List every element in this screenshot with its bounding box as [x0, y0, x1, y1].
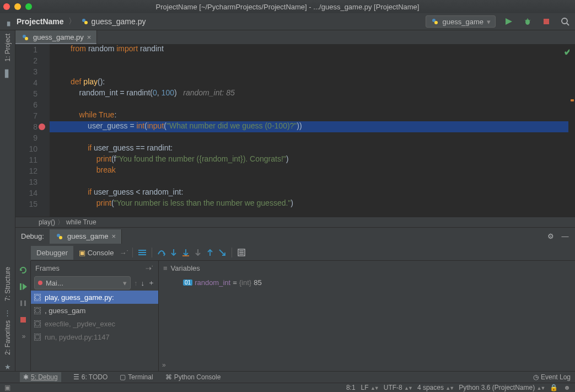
gutter-line-number[interactable]: 7: [15, 110, 50, 121]
debug-tool-window-tab[interactable]: ✱ 5: Debug: [20, 372, 61, 382]
code-editor[interactable]: 123456789101112131415 from random import…: [15, 44, 575, 227]
frames-list[interactable]: ⿴ play, guess_game.py:⿴ , guess_gam⿴ exe…: [31, 291, 158, 371]
stack-frame[interactable]: ⿴ run, pydevd.py:1147: [31, 330, 158, 343]
force-step-into-button[interactable]: [192, 246, 204, 259]
maximize-window-icon[interactable]: [25, 3, 32, 10]
gutter-line-number[interactable]: 12: [15, 165, 50, 176]
svg-rect-16: [20, 300, 22, 306]
svg-rect-15: [20, 283, 22, 290]
python-console-tool-window-tab[interactable]: ⌘ Python Console: [165, 373, 221, 381]
console-tab[interactable]: ▣ Console: [73, 246, 119, 260]
editor-scrollbar[interactable]: [569, 44, 575, 217]
gutter-line-number[interactable]: 14: [15, 187, 50, 198]
frames-pane: Frames ⇢˙ Mai... ▾ ↑ ↓ ＋ ⿴ play, guess_g…: [31, 261, 159, 371]
structure-tool-window-tab[interactable]: 7: Structure: [3, 264, 13, 304]
svg-point-13: [59, 236, 62, 239]
variables-icon: ≡: [163, 264, 168, 272]
svg-line-6: [525, 20, 526, 21]
project-tool-window-tab[interactable]: 1: Project: [3, 30, 13, 65]
todo-tool-window-tab[interactable]: ☰ 6: TODO: [73, 373, 108, 381]
step-over-button[interactable]: [155, 246, 168, 259]
stack-frame[interactable]: ⿴ execfile, _pydev_exec: [31, 317, 158, 330]
project-view-icon[interactable]: ▋: [5, 69, 10, 78]
show-execution-point-button[interactable]: [136, 246, 148, 259]
stack-frame[interactable]: ⿴ play, guess_game.py:: [31, 291, 158, 304]
search-everywhere-button[interactable]: [561, 17, 569, 26]
close-tab-icon[interactable]: ×: [87, 33, 92, 41]
console-new-tab-icon[interactable]: →˙: [119, 249, 128, 257]
close-window-icon[interactable]: [3, 3, 10, 10]
folder-icon: ▖: [6, 17, 14, 26]
favorites-icon[interactable]: ★: [4, 363, 11, 371]
run-config-selector[interactable]: guess_game ▾: [426, 15, 496, 28]
debug-button[interactable]: [523, 17, 532, 26]
terminal-tool-window-tab[interactable]: ▢ Terminal: [120, 373, 153, 381]
gutter-line-number[interactable]: 15: [15, 198, 50, 210]
step-into-my-code-button[interactable]: [180, 246, 192, 259]
thread-selector[interactable]: Mai... ▾: [34, 276, 131, 289]
caret-position[interactable]: 8:1: [346, 384, 356, 391]
lock-icon[interactable]: 🔒: [550, 384, 558, 391]
indent-settings[interactable]: 4 spaces ▲▼: [417, 384, 453, 391]
gutter-line-number[interactable]: 4: [15, 77, 50, 88]
variables-pane: ≡ Variables 01 random_int = {int} 85 »: [159, 261, 575, 371]
add-frame-button[interactable]: ＋: [148, 278, 155, 288]
gutter-line-number[interactable]: 11: [15, 154, 50, 165]
window-controls: [3, 3, 32, 10]
python-interpreter[interactable]: Python 3.6 (ProjectName) ▲▼: [459, 384, 544, 391]
evaluate-expression-button[interactable]: [235, 246, 248, 259]
run-to-cursor-button[interactable]: [216, 246, 228, 259]
gutter-line-number[interactable]: 6: [15, 99, 50, 110]
gutter-line-number[interactable]: 9: [15, 132, 50, 143]
current-execution-line: user_guess = int(input("What number did …: [50, 121, 568, 132]
gutter-line-number[interactable]: 1: [15, 44, 50, 55]
stack-frame[interactable]: ⿴ , guess_gam: [31, 304, 158, 317]
gutter-line-number[interactable]: 5: [15, 88, 50, 99]
gutter-line-number[interactable]: 13: [15, 176, 50, 187]
variables-header: Variables: [171, 264, 200, 272]
variables-list[interactable]: 01 random_int = {int} 85: [159, 275, 575, 371]
line-separator[interactable]: LF ▲▼: [361, 384, 378, 391]
rerun-button[interactable]: [17, 264, 29, 276]
run-button[interactable]: [504, 17, 513, 26]
favorites-tool-window-tab[interactable]: 2: Favorites: [3, 317, 13, 358]
hide-tool-window-icon[interactable]: —: [561, 232, 569, 241]
stop-button[interactable]: [17, 314, 29, 326]
more-actions-button[interactable]: »: [17, 330, 29, 342]
pause-program-button[interactable]: [17, 297, 29, 309]
debugger-tab[interactable]: Debugger: [31, 246, 73, 260]
python-file-icon: [21, 33, 30, 42]
gutter-line-number[interactable]: 2: [15, 55, 50, 66]
tool-windows-quick-access-icon[interactable]: ▣: [4, 384, 10, 391]
event-log-button[interactable]: ◷ Event Log: [533, 373, 571, 381]
editor-tabs: guess_game.py ×: [15, 30, 575, 44]
more-variables-icon[interactable]: »: [162, 361, 164, 369]
editor-gutter[interactable]: 123456789101112131415: [15, 44, 50, 217]
gear-icon[interactable]: ⚙: [546, 232, 555, 241]
project-name: ProjectName: [17, 17, 64, 26]
breadcrumb[interactable]: ▖ ProjectName 〉 guess_game.py: [6, 17, 146, 26]
file-encoding[interactable]: UTF-8 ▲▼: [384, 384, 412, 391]
window-title: ProjectName [~/PycharmProjects/ProjectNa…: [156, 3, 420, 11]
gutter-line-number[interactable]: 3: [15, 66, 50, 77]
gutter-line-number[interactable]: 10: [15, 143, 50, 154]
status-bar: ▣ 8:1 LF ▲▼ UTF-8 ▲▼ 4 spaces ▲▼ Python …: [0, 383, 575, 392]
code-area[interactable]: from random import randint def play(): r…: [50, 44, 568, 210]
editor-tab[interactable]: guess_game.py ×: [15, 30, 97, 44]
debug-session-tab[interactable]: guess_game ×: [50, 229, 122, 244]
breakpoint-icon[interactable]: [39, 123, 45, 130]
editor-breadcrumb[interactable]: play()〉while True: [15, 217, 575, 227]
minimize-window-icon[interactable]: [14, 3, 21, 10]
restore-layout-icon[interactable]: ⇢˙: [146, 264, 154, 272]
breadcrumb-file: guess_game.py: [92, 17, 146, 26]
structure-icon[interactable]: ⋮: [4, 309, 11, 317]
step-out-button[interactable]: [204, 246, 216, 259]
previous-frame-button[interactable]: ↑: [134, 279, 138, 287]
resume-program-button[interactable]: [17, 281, 29, 293]
step-into-button[interactable]: [168, 246, 180, 259]
next-frame-button[interactable]: ↓: [141, 279, 145, 287]
stop-button[interactable]: [542, 17, 551, 26]
close-tab-icon[interactable]: ×: [111, 232, 116, 240]
variable-row[interactable]: 01 random_int = {int} 85: [161, 277, 573, 288]
ide-memory-icon[interactable]: ☻: [563, 384, 571, 391]
